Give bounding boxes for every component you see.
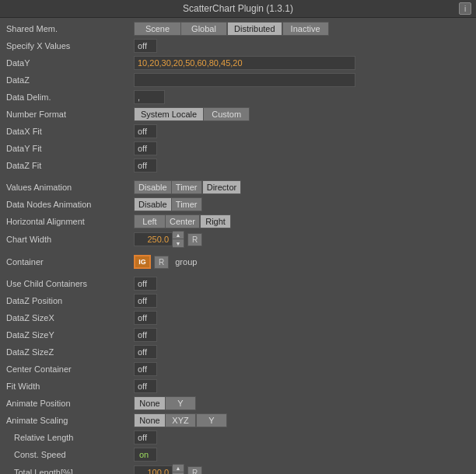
container-row: Container IG R group: [2, 254, 474, 270]
dataz-sizex-value: off: [134, 311, 157, 325]
data-nodes-animation-controls: Disable Timer: [134, 197, 474, 211]
chart-width-r-btn[interactable]: R: [187, 233, 202, 246]
total-length-value[interactable]: 100.0: [134, 465, 173, 474]
dataz-fit-label: DataZ Fit: [2, 161, 134, 170]
shared-mem-distributed-btn[interactable]: Distributed: [227, 22, 282, 36]
horizontal-alignment-right-btn[interactable]: Right: [200, 214, 231, 228]
chart-width-spinner: 250.0 ▲ ▼: [134, 231, 184, 248]
dataz-sizex-controls: off: [134, 311, 474, 325]
number-format-custom-btn[interactable]: Custom: [203, 107, 250, 121]
data-delim-label: Data Delim.: [2, 92, 134, 102]
chart-width-spinner-btns: ▲ ▼: [173, 231, 184, 248]
dataz-sizez-row: DataZ SizeZ off: [2, 344, 474, 360]
use-child-containers-value: off: [134, 277, 157, 291]
horizontal-alignment-btn-group: Left Center Right: [134, 214, 231, 228]
chart-width-down-btn[interactable]: ▼: [173, 239, 184, 247]
dataz-sizez-value: off: [134, 345, 157, 359]
values-animation-disable-btn[interactable]: Disable: [134, 180, 171, 194]
shared-mem-global-btn[interactable]: Global: [180, 22, 227, 36]
info-icon[interactable]: i: [459, 2, 471, 15]
dataz-position-value: off: [134, 294, 157, 308]
animate-position-label: Animate Position: [2, 399, 134, 408]
number-format-controls: System Locale Custom: [134, 107, 474, 121]
data-nodes-animation-btn-group: Disable Timer: [134, 197, 202, 211]
animate-scaling-y-btn[interactable]: Y: [196, 413, 227, 427]
const-speed-controls: on: [134, 448, 474, 462]
dataz-sizex-row: DataZ SizeX off: [2, 310, 474, 326]
container-label: Container: [2, 257, 134, 267]
chart-width-label: Chart Width: [2, 235, 134, 244]
data-delim-controls: [134, 90, 474, 104]
chart-width-value[interactable]: 250.0: [134, 232, 173, 246]
total-length-up-btn[interactable]: ▲: [173, 465, 184, 472]
animate-position-controls: None Y: [134, 396, 474, 410]
datay-fit-controls: off: [134, 141, 474, 155]
data-nodes-timer-btn[interactable]: Timer: [171, 197, 202, 211]
dataz-position-row: DataZ Position off: [2, 293, 474, 308]
number-format-system-btn[interactable]: System Locale: [134, 107, 203, 121]
dataz-controls: [134, 73, 474, 87]
values-animation-director-btn[interactable]: Director: [202, 180, 242, 194]
dataz-sizez-label: DataZ SizeZ: [2, 347, 134, 357]
datax-fit-controls: off: [134, 124, 474, 138]
dataz-sizey-row: DataZ SizeY off: [2, 327, 474, 343]
data-delim-input[interactable]: [134, 90, 165, 104]
datay-input[interactable]: [134, 56, 355, 70]
relative-length-value: off: [134, 430, 157, 444]
animate-scaling-label: Animate Scaling: [2, 416, 134, 425]
horizontal-alignment-row: Horizontal Alignment Left Center Right: [2, 214, 474, 229]
datay-row: DataY: [2, 55, 474, 71]
center-container-row: Center Container off: [2, 361, 474, 377]
container-group-label: group: [175, 257, 197, 267]
shared-mem-inactive-btn[interactable]: Inactive: [282, 22, 329, 36]
container-icon[interactable]: IG: [134, 255, 151, 269]
datax-fit-value: off: [134, 124, 157, 138]
shared-mem-scene-btn[interactable]: Scene: [134, 22, 180, 36]
animate-position-y-btn[interactable]: Y: [165, 396, 196, 410]
horizontal-alignment-controls: Left Center Right: [134, 214, 474, 228]
total-length-row: Total Length[%] 100.0 ▲ ▼ R: [2, 464, 474, 474]
fit-width-row: Fit Width off: [2, 378, 474, 394]
total-length-r-btn[interactable]: R: [187, 466, 202, 475]
values-animation-timer-btn[interactable]: Timer: [171, 180, 202, 194]
animate-scaling-row: Animate Scaling None XYZ Y: [2, 413, 474, 428]
fit-width-label: Fit Width: [2, 382, 134, 391]
datax-fit-row: DataX Fit off: [2, 124, 474, 139]
horizontal-alignment-left-btn[interactable]: Left: [134, 214, 165, 228]
animate-scaling-controls: None XYZ Y: [134, 413, 474, 427]
data-delim-row: Data Delim.: [2, 89, 474, 105]
dataz-label: DataZ: [2, 75, 134, 85]
dataz-sizez-controls: off: [134, 345, 474, 359]
chart-width-up-btn[interactable]: ▲: [173, 232, 184, 239]
const-speed-label: Const. Speed: [2, 450, 134, 459]
chart-width-controls: 250.0 ▲ ▼ R: [134, 231, 474, 248]
animate-scaling-none-btn[interactable]: None: [134, 413, 165, 427]
number-format-row: Number Format System Locale Custom: [2, 106, 474, 122]
relative-length-label: Relative Length: [2, 433, 134, 442]
animate-position-none-btn[interactable]: None: [134, 396, 165, 410]
const-speed-value: on: [134, 448, 157, 462]
center-container-controls: off: [134, 362, 474, 376]
container-r-btn[interactable]: R: [154, 256, 169, 269]
number-format-label: Number Format: [2, 110, 134, 119]
total-length-spinner: 100.0 ▲ ▼: [134, 464, 184, 474]
values-animation-btn-group: Disable Timer Director: [134, 180, 241, 194]
animate-position-btn-group: None Y: [134, 396, 196, 410]
number-format-btn-group: System Locale Custom: [134, 107, 250, 121]
animate-scaling-xyz-btn[interactable]: XYZ: [165, 413, 196, 427]
dataz-position-label: DataZ Position: [2, 296, 134, 305]
horizontal-alignment-center-btn[interactable]: Center: [165, 214, 200, 228]
data-nodes-disable-btn[interactable]: Disable: [134, 197, 171, 211]
total-length-label: Total Length[%]: [2, 468, 134, 474]
animate-scaling-btn-group: None XYZ Y: [134, 413, 227, 427]
shared-mem-btn-group: Scene Global Distributed Inactive: [134, 22, 329, 36]
fit-width-value: off: [134, 379, 157, 393]
data-nodes-animation-label: Data Nodes Animation: [2, 200, 134, 209]
shared-mem-row: Shared Mem. Scene Global Distributed Ina…: [2, 21, 474, 37]
dataz-fit-controls: off: [134, 159, 474, 173]
shared-mem-label: Shared Mem.: [2, 24, 134, 33]
datay-fit-label: DataY Fit: [2, 144, 134, 153]
datay-controls: [134, 56, 474, 70]
relative-length-row: Relative Length off: [2, 430, 474, 445]
dataz-input[interactable]: [134, 73, 355, 87]
